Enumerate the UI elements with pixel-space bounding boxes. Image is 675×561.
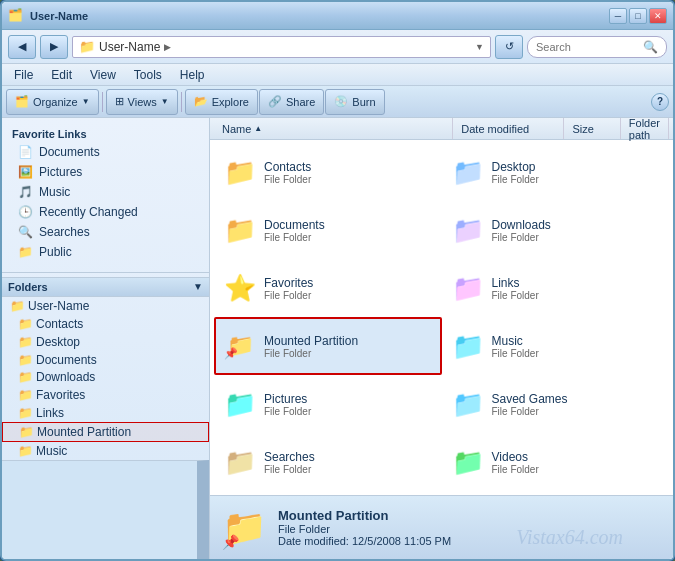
file-item-favorites[interactable]: ⭐ Favorites File Folder — [214, 260, 442, 318]
tree-label-mounted: Mounted Partition — [37, 425, 131, 439]
menu-tools[interactable]: Tools — [126, 66, 170, 84]
tree-label-desktop: Desktop — [36, 335, 80, 349]
organize-dropdown-icon: ▼ — [82, 97, 90, 106]
sidebar-item-searches[interactable]: 🔍 Searches — [2, 222, 209, 242]
pictures-icon: 🖼️ — [18, 165, 33, 179]
tree-item-username[interactable]: 📁 User-Name — [2, 297, 209, 315]
tree-label-username: User-Name — [28, 299, 89, 313]
back-button[interactable]: ◀ — [8, 35, 36, 59]
mounted-overlay-icon: 📌 — [224, 347, 238, 360]
file-item-searches[interactable]: 📁 Searches File Folder — [214, 433, 442, 491]
tree-label-downloads: Downloads — [36, 370, 95, 384]
videos-file-icon: 📁 — [452, 447, 484, 478]
sidebar-label-pictures: Pictures — [39, 165, 82, 179]
contacts-file-name: Contacts — [264, 160, 311, 174]
sidebar-label-documents: Documents — [39, 145, 100, 159]
tree-item-desktop[interactable]: 📁 Desktop — [2, 333, 209, 351]
favorites-file-type: File Folder — [264, 290, 313, 301]
sidebar-item-documents[interactable]: 📄 Documents — [2, 142, 209, 162]
file-item-music[interactable]: 📁 Music File Folder — [442, 317, 670, 375]
tree-label-music: Music — [36, 444, 67, 458]
music-file-type: File Folder — [492, 348, 539, 359]
tree-item-mounted-partition[interactable]: 📁 Mounted Partition — [2, 422, 209, 442]
file-item-videos[interactable]: 📁 Videos File Folder — [442, 433, 670, 491]
titlebar-text: User-Name — [30, 10, 609, 22]
favorites-title: Favorite Links — [2, 124, 209, 142]
refresh-button[interactable]: ↺ — [495, 35, 523, 59]
tree-item-documents[interactable]: 📁 Documents — [2, 351, 209, 369]
sidebar-item-music[interactable]: 🎵 Music — [2, 182, 209, 202]
col-size[interactable]: Size — [564, 118, 620, 139]
tree-item-downloads[interactable]: 📁 Downloads — [2, 368, 209, 386]
file-item-downloads[interactable]: 📁 Downloads File Folder — [442, 202, 670, 260]
sidebar-item-pictures[interactable]: 🖼️ Pictures — [2, 162, 209, 182]
address-dropdown-icon[interactable]: ▼ — [475, 42, 484, 52]
status-icon: 📁 📌 — [222, 506, 266, 550]
file-item-pictures[interactable]: 📁 Pictures File Folder — [214, 375, 442, 433]
sidebar: Favorite Links 📄 Documents 🖼️ Pictures 🎵… — [2, 118, 210, 559]
menu-edit[interactable]: Edit — [43, 66, 80, 84]
menu-view[interactable]: View — [82, 66, 124, 84]
maximize-button[interactable]: □ — [629, 8, 647, 24]
views-button[interactable]: ⊞ Views ▼ — [106, 89, 178, 115]
file-item-documents[interactable]: 📁 Documents File Folder — [214, 202, 442, 260]
search-input[interactable] — [536, 41, 643, 53]
downloads-tree-icon: 📁 — [18, 370, 33, 384]
tree-label-documents: Documents — [36, 353, 97, 367]
sidebar-item-recently-changed[interactable]: 🕒 Recently Changed — [2, 202, 209, 222]
content-area: Name ▲ Date modified Size Folder path 📁 — [210, 118, 673, 559]
window-icon: 🗂️ — [8, 8, 24, 24]
menubar: File Edit View Tools Help — [2, 64, 673, 86]
mounted-file-icon: 📁 📌 — [224, 332, 256, 360]
file-item-mounted-partition[interactable]: 📁 📌 Mounted Partition File Folder — [214, 317, 442, 375]
close-button[interactable]: ✕ — [649, 8, 667, 24]
share-icon: 🔗 — [268, 95, 282, 108]
sidebar-item-public[interactable]: 📁 Public — [2, 242, 209, 262]
address-folder-icon: 📁 — [79, 39, 95, 54]
forward-button[interactable]: ▶ — [40, 35, 68, 59]
videos-file-name: Videos — [492, 450, 539, 464]
help-button[interactable]: ? — [651, 93, 669, 111]
tree-item-favorites[interactable]: 📁 Favorites — [2, 386, 209, 404]
tree-item-links[interactable]: 📁 Links — [2, 404, 209, 422]
tree-label-favorites: Favorites — [36, 388, 85, 402]
organize-button[interactable]: 🗂️ Organize ▼ — [6, 89, 99, 115]
documents-icon: 📄 — [18, 145, 33, 159]
titlebar: 🗂️ User-Name ─ □ ✕ — [2, 2, 673, 30]
tree-label-contacts: Contacts — [36, 317, 83, 331]
search-box[interactable]: 🔍 — [527, 36, 667, 58]
file-item-contacts[interactable]: 📁 Contacts File Folder — [214, 144, 442, 202]
desktop-file-type: File Folder — [492, 174, 539, 185]
music-tree-icon: 📁 — [18, 444, 33, 458]
col-path[interactable]: Folder path — [621, 118, 669, 139]
menu-file[interactable]: File — [6, 66, 41, 84]
views-label: Views — [128, 96, 157, 108]
share-button[interactable]: 🔗 Share — [259, 89, 324, 115]
views-icon: ⊞ — [115, 95, 124, 108]
minimize-button[interactable]: ─ — [609, 8, 627, 24]
music-file-name: Music — [492, 334, 539, 348]
file-item-links[interactable]: 📁 Links File Folder — [442, 260, 670, 318]
menu-help[interactable]: Help — [172, 66, 213, 84]
file-item-saved-games[interactable]: 📁 Saved Games File Folder — [442, 375, 670, 433]
documents-file-type: File Folder — [264, 232, 325, 243]
burn-label: Burn — [352, 96, 375, 108]
status-type: File Folder — [278, 523, 451, 535]
explore-label: Explore — [212, 96, 249, 108]
burn-button[interactable]: 💿 Burn — [325, 89, 384, 115]
address-box[interactable]: 📁 User-Name ▶ ▼ — [72, 36, 491, 58]
explore-button[interactable]: 📂 Explore — [185, 89, 258, 115]
saved-games-file-type: File Folder — [492, 406, 568, 417]
downloads-file-type: File Folder — [492, 232, 551, 243]
tree-item-music[interactable]: 📁 Music — [2, 442, 209, 460]
sidebar-label-music: Music — [39, 185, 70, 199]
toolbar: 🗂️ Organize ▼ ⊞ Views ▼ 📂 Explore 🔗 Shar… — [2, 86, 673, 118]
pictures-file-icon: 📁 — [224, 389, 256, 420]
col-date[interactable]: Date modified — [453, 118, 564, 139]
col-name[interactable]: Name ▲ — [214, 118, 453, 139]
folders-collapse-icon[interactable]: ▼ — [193, 281, 203, 292]
favorites-tree-icon: 📁 — [18, 388, 33, 402]
tree-item-contacts[interactable]: 📁 Contacts — [2, 315, 209, 333]
file-item-desktop[interactable]: 📁 Desktop File Folder — [442, 144, 670, 202]
explore-icon: 📂 — [194, 95, 208, 108]
